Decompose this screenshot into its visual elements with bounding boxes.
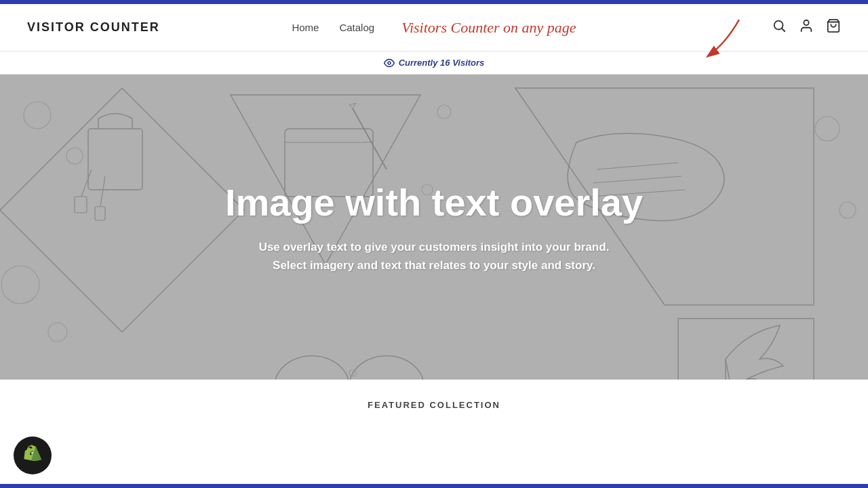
nav-catalog[interactable]: Catalog [339, 22, 374, 33]
svg-point-2 [804, 20, 808, 25]
eye-icon [384, 57, 395, 68]
svg-point-4 [388, 62, 391, 64]
featured-collection-label: FEATURED COLLECTION [0, 400, 868, 410]
hero-title: Image with text overlay [225, 180, 643, 224]
hero-section: Image with text overlay Use overlay text… [0, 75, 868, 380]
hero-content: Image with text overlay Use overlay text… [198, 180, 670, 274]
site-logo: VISITOR COUNTER [27, 20, 160, 35]
login-icon[interactable] [799, 18, 814, 37]
hero-subtitle-2: Select imagery and text that relates to … [225, 256, 643, 274]
nav-home[interactable]: Home [292, 22, 319, 33]
svg-point-0 [774, 21, 783, 30]
search-icon[interactable] [772, 18, 787, 37]
visitor-count-text: Currently 16 Visitors [399, 58, 485, 68]
visitor-bar: Currently 16 Visitors [0, 52, 868, 75]
main-nav: Home Catalog Visitors Counter on any pag… [292, 19, 576, 37]
below-hero: FEATURED COLLECTION [0, 380, 868, 417]
cart-icon[interactable] [826, 18, 841, 37]
annotation-visitors-counter: Visitors Counter on any page [401, 19, 576, 37]
header: VISITOR COUNTER Home Catalog Visitors Co… [0, 4, 868, 52]
svg-line-1 [782, 28, 785, 31]
header-icons [772, 18, 841, 37]
hero-subtitle-1: Use overlay text to give your customers … [225, 238, 643, 256]
